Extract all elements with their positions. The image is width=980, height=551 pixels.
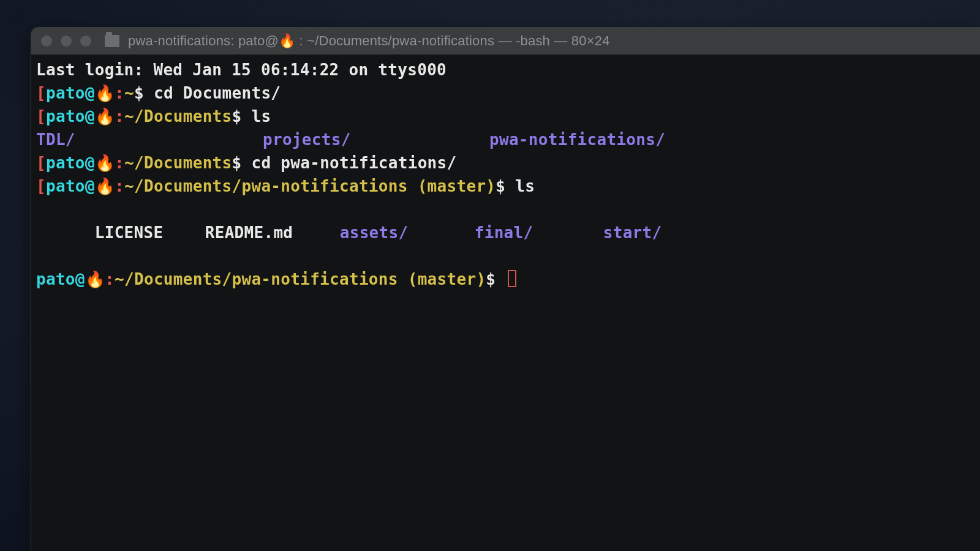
ls-output: LICENSEREADME.mdassets/final/start/ [36,198,980,268]
prompt-line: [pato@🔥:~$ cd Documents/ [36,81,980,105]
file-entry: README.md [205,221,340,244]
directory-entry: assets/ [340,221,475,244]
command-text: ls [251,107,271,126]
directory-entry: projects/ [263,128,489,151]
window-title: pwa-notifications: pato@🔥 : ~/Documents/… [128,33,610,49]
zoom-button[interactable] [80,36,91,47]
file-entry: LICENSE [95,221,205,244]
traffic-lights [41,36,91,47]
minimize-button[interactable] [61,36,72,47]
cursor [508,270,516,287]
command-text: ls [515,177,535,195]
titlebar[interactable]: pwa-notifications: pato@🔥 : ~/Documents/… [31,28,980,54]
git-branch: master [418,270,477,288]
prompt-line: [pato@🔥:~/Documents$ ls [36,105,980,128]
last-login-line: Last login: Wed Jan 15 06:14:22 on ttys0… [36,58,980,81]
directory-entry: start/ [603,221,662,244]
directory-entry: pwa-notifications/ [489,128,665,151]
git-branch: master [428,177,486,195]
close-button[interactable] [41,36,52,47]
prompt-line: [pato@🔥:~/Documents$ cd pwa-notification… [36,151,980,174]
ls-output: TDL/projects/pwa-notifications/ [36,128,980,151]
directory-entry: TDL/ [36,128,263,151]
directory-entry: final/ [475,221,603,244]
command-text: cd Documents/ [154,84,281,102]
terminal-output[interactable]: Last login: Wed Jan 15 06:14:22 on ttys0… [31,54,980,294]
folder-icon [105,35,119,47]
prompt-line-active[interactable]: pato@🔥:~/Documents/pwa-notifications (ma… [36,268,980,291]
command-text: cd pwa-notifications/ [251,154,456,172]
prompt-line: [pato@🔥:~/Documents/pwa-notifications (m… [36,174,980,198]
terminal-window: pwa-notifications: pato@🔥 : ~/Documents/… [31,27,980,551]
